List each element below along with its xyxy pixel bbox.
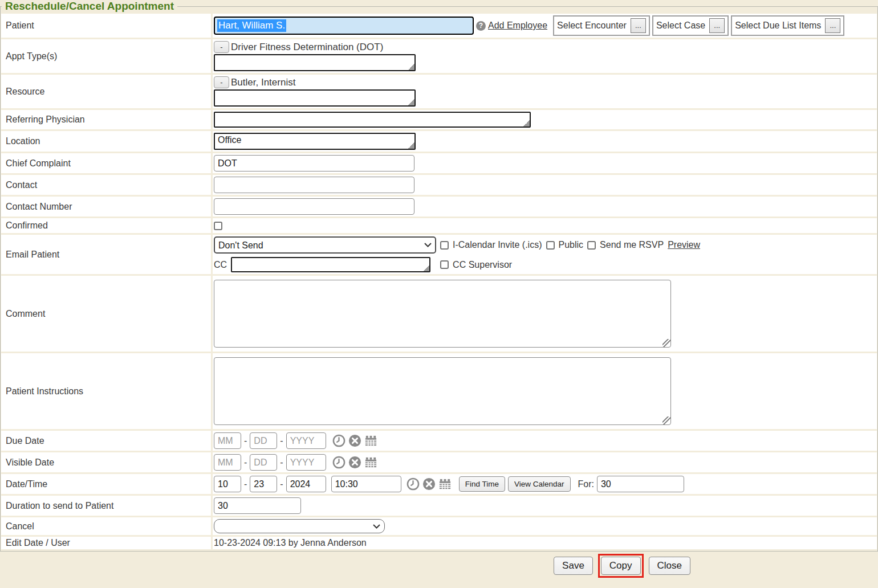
appointment-form-table: Patient Hart, William S. ? Add Employee … <box>1 14 877 549</box>
row-location: Location Office <box>1 131 877 152</box>
footer-button-bar: Save Copy Close <box>0 552 878 581</box>
duration-input[interactable] <box>214 497 301 514</box>
location-input[interactable]: Office <box>214 133 416 150</box>
row-duration: Duration to send to Patient <box>1 496 877 516</box>
date-time-time-input[interactable] <box>331 476 401 492</box>
cancel-content <box>213 517 877 535</box>
due-date-calendar-icon[interactable] <box>364 434 377 447</box>
visible-date-content: - - <box>213 452 877 472</box>
cancel-reason-select[interactable] <box>214 519 385 533</box>
due-date-dd-input[interactable] <box>250 432 277 449</box>
row-patient-instructions: Patient Instructions <box>1 353 877 429</box>
remove-resource-button[interactable]: - <box>214 76 229 88</box>
location-label: Location <box>1 131 211 152</box>
contact-number-input[interactable] <box>214 198 414 215</box>
due-date-yyyy-input[interactable] <box>286 432 326 449</box>
date-separator: - <box>244 436 247 446</box>
select-encounter-group: Select Encounter ... <box>553 15 650 36</box>
row-contact: Contact <box>1 175 877 195</box>
reschedule-cancel-form: Reschedule/Cancel Appointment Patient Ha… <box>0 0 878 552</box>
visible-date-dd-input[interactable] <box>250 454 277 471</box>
select-case-browse-button[interactable]: ... <box>709 18 725 33</box>
row-confirmed: Confirmed <box>1 218 877 233</box>
resource-label: Resource <box>1 75 211 108</box>
cc-supervisor-label: CC Supervisor <box>453 260 512 270</box>
view-calendar-button[interactable]: View Calendar <box>508 476 571 492</box>
select-encounter-browse-button[interactable]: ... <box>631 18 646 33</box>
date-time-mm-input[interactable] <box>214 476 241 492</box>
resource-search-input[interactable] <box>214 89 416 107</box>
patient-instructions-textarea[interactable] <box>214 357 671 425</box>
date-time-yyyy-input[interactable] <box>286 476 326 492</box>
find-time-button[interactable]: Find Time <box>459 476 505 492</box>
select-encounter-label: Select Encounter <box>557 21 627 31</box>
patient-label: Patient <box>1 14 211 38</box>
due-date-clear-icon[interactable] <box>348 434 361 447</box>
for-duration-input[interactable] <box>597 476 684 492</box>
row-due-date: Due Date - - <box>1 431 877 451</box>
select-due-list-items-browse-button[interactable]: ... <box>825 18 840 33</box>
public-checkbox[interactable] <box>546 241 555 250</box>
icalendar-invite-checkbox[interactable] <box>440 241 449 250</box>
email-patient-select[interactable]: Don't Send <box>214 236 436 254</box>
date-separator: - <box>244 479 247 489</box>
date-time-clear-icon[interactable] <box>422 477 436 491</box>
edit-date-user-value: 10-23-2024 09:13 by Jenna Anderson <box>214 538 367 548</box>
add-employee-link[interactable]: Add Employee <box>488 21 547 31</box>
icalendar-invite-label: I-Calendar Invite (.ics) <box>453 240 542 250</box>
send-me-rsvp-label: Send me RSVP <box>600 240 664 250</box>
duration-label: Duration to send to Patient <box>1 496 211 516</box>
row-chief-complaint: Chief Complaint <box>1 153 877 173</box>
due-date-mm-input[interactable] <box>214 432 241 449</box>
date-time-dd-input[interactable] <box>250 476 277 492</box>
copy-button[interactable]: Copy <box>601 557 641 575</box>
contact-input[interactable] <box>214 177 414 193</box>
visible-date-time-icon[interactable] <box>332 456 345 469</box>
cc-input[interactable] <box>231 257 430 272</box>
row-visible-date: Visible Date - - <box>1 452 877 472</box>
contact-label: Contact <box>1 175 211 195</box>
appt-types-label: Appt Type(s) <box>1 39 211 73</box>
preview-link[interactable]: Preview <box>668 240 700 250</box>
save-button[interactable]: Save <box>554 557 593 575</box>
remove-appt-type-button[interactable]: - <box>214 41 229 53</box>
help-icon[interactable]: ? <box>476 21 486 31</box>
date-separator: - <box>244 458 247 468</box>
row-cancel: Cancel <box>1 517 877 535</box>
select-due-list-items-group: Select Due List Items ... <box>731 15 844 36</box>
patient-input-selected-text: Hart, William S. <box>217 19 286 32</box>
date-time-calendar-icon[interactable] <box>438 477 452 491</box>
visible-date-mm-input[interactable] <box>214 454 241 471</box>
select-case-group: Select Case ... <box>652 15 729 36</box>
row-date-time: Date/Time - - Find Time View Calendar <box>1 474 877 494</box>
comment-content <box>213 276 877 352</box>
patient-instructions-content <box>213 353 877 429</box>
visible-date-calendar-icon[interactable] <box>364 456 377 469</box>
visible-date-clear-icon[interactable] <box>348 456 361 469</box>
appt-types-content: - Driver Fitness Determination (DOT) <box>213 39 877 73</box>
cc-label: CC <box>214 260 227 270</box>
send-me-rsvp-checkbox[interactable] <box>587 241 596 250</box>
comment-textarea[interactable] <box>214 280 671 348</box>
appt-type-search-input[interactable] <box>214 54 416 71</box>
chief-complaint-content <box>213 153 877 173</box>
chief-complaint-input[interactable] <box>214 155 414 172</box>
edit-date-user-content: 10-23-2024 09:13 by Jenna Anderson <box>213 537 877 549</box>
resource-content: - Butler, Internist <box>213 75 877 108</box>
contact-number-content <box>213 197 877 217</box>
row-resource: Resource - Butler, Internist <box>1 75 877 108</box>
copy-button-highlight: Copy <box>598 554 644 578</box>
date-separator: - <box>280 436 283 446</box>
confirmed-label: Confirmed <box>1 218 211 233</box>
cc-supervisor-checkbox[interactable] <box>440 260 449 269</box>
confirmed-checkbox[interactable] <box>214 222 222 230</box>
patient-input[interactable]: Hart, William S. <box>214 17 474 35</box>
date-time-time-icon[interactable] <box>407 477 420 491</box>
patient-row-content: Hart, William S. ? Add Employee Select E… <box>213 14 877 38</box>
visible-date-yyyy-input[interactable] <box>286 454 326 471</box>
date-time-content: - - Find Time View Calendar For: <box>213 474 877 494</box>
select-case-label: Select Case <box>656 21 705 31</box>
due-date-time-icon[interactable] <box>332 434 345 447</box>
close-button[interactable]: Close <box>649 557 690 575</box>
referring-physician-input[interactable] <box>214 112 531 128</box>
